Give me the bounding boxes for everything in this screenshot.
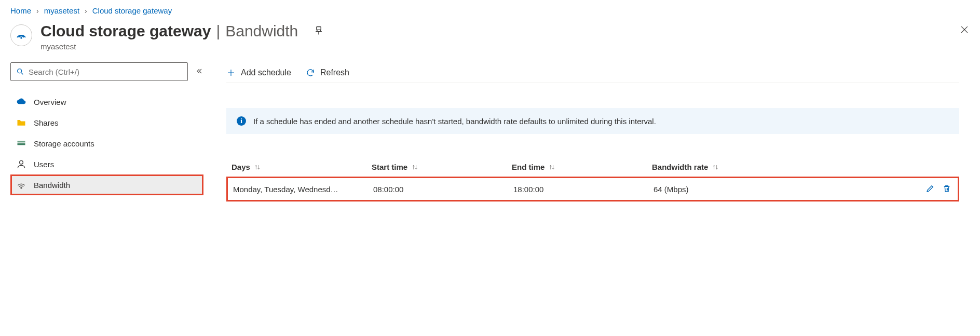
svg-rect-3 (18, 141, 25, 142)
column-label: Days (232, 163, 250, 171)
cell-days: Monday, Tuesday, Wednesd… (233, 185, 373, 194)
button-label: Add schedule (241, 68, 291, 77)
cell-end: 18:00:00 (513, 185, 654, 194)
search-input[interactable] (29, 68, 182, 76)
trash-icon (942, 184, 951, 193)
breadcrumb-home[interactable]: Home (10, 6, 31, 15)
main-content: Add schedule Refresh i If a schedule has… (203, 62, 972, 201)
page-section: Bandwidth (225, 22, 298, 40)
sidebar-item-bandwidth[interactable]: Bandwidth (10, 174, 203, 195)
sidebar-item-users[interactable]: Users (10, 154, 203, 174)
sidebar-item-shares[interactable]: Shares (10, 112, 203, 133)
cell-rate: 64 (Mbps) (654, 185, 911, 194)
user-icon (16, 159, 26, 169)
page-title: Cloud storage gateway (40, 22, 211, 40)
sidebar-item-storage-accounts[interactable]: Storage accounts (10, 133, 203, 154)
folder-icon (16, 117, 26, 128)
delete-row-button[interactable] (941, 183, 952, 196)
breadcrumb-page[interactable]: Cloud storage gateway (92, 6, 172, 15)
refresh-icon (306, 68, 315, 77)
wifi-icon (16, 180, 26, 190)
svg-point-6 (21, 187, 22, 189)
sort-icon: ↑↓ (412, 163, 417, 171)
svg-point-2 (18, 69, 22, 73)
search-icon (16, 68, 24, 76)
svg-point-5 (20, 160, 23, 164)
chevron-right-icon: › (85, 7, 87, 15)
column-label: Start time (372, 163, 407, 171)
column-label: Bandwidth rate (652, 163, 708, 171)
breadcrumb-resource[interactable]: myasetest (44, 6, 79, 15)
column-label: End time (512, 163, 545, 171)
sidebar-item-label: Shares (34, 118, 59, 127)
sidebar-item-overview[interactable]: Overview (10, 91, 203, 112)
column-start-time[interactable]: Start time ↑↓ (372, 163, 512, 171)
cell-start: 08:00:00 (373, 185, 513, 194)
edit-row-button[interactable] (924, 183, 936, 196)
svg-rect-4 (18, 143, 25, 145)
column-days[interactable]: Days ↑↓ (232, 163, 372, 171)
toolbar: Add schedule Refresh (226, 62, 959, 83)
sort-icon: ↑↓ (254, 163, 260, 171)
column-end-time[interactable]: End time ↑↓ (512, 163, 652, 171)
pin-button[interactable] (314, 25, 324, 37)
sort-icon: ↑↓ (549, 163, 554, 171)
storage-icon (16, 138, 26, 149)
collapse-sidebar-button[interactable] (195, 67, 203, 77)
sidebar-item-label: Users (34, 160, 54, 169)
schedule-table: Days ↑↓ Start time ↑↓ End time ↑↓ Bandwi… (226, 157, 959, 201)
sidebar-item-label: Bandwidth (34, 181, 70, 190)
info-banner: i If a schedule has ended and another sc… (226, 108, 959, 134)
svg-rect-1 (317, 26, 321, 30)
page-header: Cloud storage gateway | Bandwidth myaset… (10, 22, 972, 51)
refresh-button[interactable]: Refresh (306, 68, 349, 77)
sidebar-search[interactable] (10, 62, 188, 81)
table-row[interactable]: Monday, Tuesday, Wednesd… 08:00:00 18:00… (226, 177, 959, 201)
sidebar-item-label: Overview (34, 98, 66, 106)
sort-icon: ↑↓ (712, 163, 717, 171)
column-bandwidth-rate[interactable]: Bandwidth rate ↑↓ (652, 163, 913, 171)
chevron-right-icon: › (36, 7, 39, 15)
add-schedule-button[interactable]: Add schedule (226, 68, 291, 77)
plus-icon (226, 68, 236, 77)
sidebar-item-label: Storage accounts (34, 139, 94, 148)
cloud-icon (16, 97, 26, 107)
button-label: Refresh (320, 68, 349, 77)
info-icon: i (237, 116, 246, 126)
page-subtitle: myasetest (40, 42, 324, 51)
title-separator: | (215, 22, 221, 40)
sidebar: Overview Shares Storage accounts Users (10, 62, 203, 201)
pencil-icon (925, 184, 935, 193)
svg-point-0 (20, 37, 22, 39)
gateway-icon (10, 24, 32, 46)
breadcrumb: Home › myasetest › Cloud storage gateway (10, 6, 972, 15)
close-button[interactable] (957, 22, 972, 38)
info-text: If a schedule has ended and another sche… (253, 117, 656, 126)
